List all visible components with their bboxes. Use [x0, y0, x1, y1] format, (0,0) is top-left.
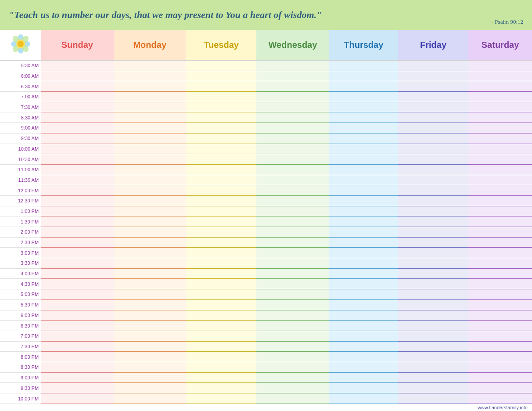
day-cell[interactable]	[398, 123, 468, 133]
day-cell[interactable]	[468, 61, 532, 71]
day-cell[interactable]	[186, 372, 256, 383]
day-cell[interactable]	[468, 352, 532, 362]
day-cell[interactable]	[256, 372, 329, 383]
day-cell[interactable]	[398, 279, 468, 289]
day-cell[interactable]	[256, 352, 329, 362]
day-cell[interactable]	[41, 279, 113, 289]
day-cell[interactable]	[186, 279, 256, 289]
day-cell[interactable]	[186, 383, 256, 393]
day-cell[interactable]	[468, 248, 532, 258]
day-cell[interactable]	[41, 237, 113, 248]
day-cell[interactable]	[329, 237, 398, 248]
day-cell[interactable]	[329, 227, 398, 238]
day-cell[interactable]	[468, 227, 532, 238]
day-cell[interactable]	[256, 227, 329, 238]
day-cell[interactable]	[468, 92, 532, 102]
day-cell[interactable]	[41, 175, 113, 185]
day-cell[interactable]	[329, 92, 398, 102]
day-cell[interactable]	[468, 144, 532, 154]
day-cell[interactable]	[186, 61, 256, 71]
day-cell[interactable]	[186, 258, 256, 269]
day-cell[interactable]	[398, 71, 468, 81]
day-cell[interactable]	[41, 362, 113, 372]
day-cell[interactable]	[398, 237, 468, 248]
day-cell[interactable]	[41, 331, 113, 341]
day-cell[interactable]	[256, 216, 329, 227]
day-cell[interactable]	[41, 268, 113, 279]
day-cell[interactable]	[398, 310, 468, 321]
day-cell[interactable]	[468, 206, 532, 216]
day-cell[interactable]	[329, 341, 398, 352]
day-cell[interactable]	[186, 206, 256, 216]
day-cell[interactable]	[114, 310, 186, 321]
day-cell[interactable]	[41, 227, 113, 238]
day-cell[interactable]	[114, 352, 186, 362]
day-cell[interactable]	[41, 112, 113, 123]
day-cell[interactable]	[329, 164, 398, 175]
day-cell[interactable]	[398, 258, 468, 269]
day-cell[interactable]	[468, 71, 532, 81]
day-cell[interactable]	[329, 331, 398, 341]
day-cell[interactable]	[114, 133, 186, 144]
day-cell[interactable]	[41, 164, 113, 175]
day-cell[interactable]	[41, 310, 113, 321]
day-cell[interactable]	[41, 258, 113, 269]
day-cell[interactable]	[114, 175, 186, 185]
day-cell[interactable]	[468, 123, 532, 133]
day-cell[interactable]	[256, 258, 329, 269]
day-cell[interactable]	[186, 164, 256, 175]
day-cell[interactable]	[256, 61, 329, 71]
day-cell[interactable]	[398, 321, 468, 331]
day-cell[interactable]	[398, 352, 468, 362]
day-cell[interactable]	[329, 321, 398, 331]
day-cell[interactable]	[114, 299, 186, 310]
day-cell[interactable]	[186, 81, 256, 92]
day-cell[interactable]	[329, 112, 398, 123]
day-cell[interactable]	[186, 362, 256, 372]
day-cell[interactable]	[256, 248, 329, 258]
day-cell[interactable]	[468, 372, 532, 383]
day-cell[interactable]	[398, 331, 468, 341]
day-cell[interactable]	[329, 154, 398, 165]
day-cell[interactable]	[114, 341, 186, 352]
day-cell[interactable]	[256, 299, 329, 310]
day-cell[interactable]	[398, 268, 468, 279]
day-cell[interactable]	[186, 321, 256, 331]
day-cell[interactable]	[329, 310, 398, 321]
day-cell[interactable]	[398, 248, 468, 258]
day-cell[interactable]	[41, 372, 113, 383]
day-cell[interactable]	[468, 154, 532, 165]
day-cell[interactable]	[256, 144, 329, 154]
day-cell[interactable]	[398, 154, 468, 165]
day-cell[interactable]	[468, 164, 532, 175]
day-cell[interactable]	[114, 362, 186, 372]
day-cell[interactable]	[114, 195, 186, 206]
day-cell[interactable]	[329, 123, 398, 133]
day-cell[interactable]	[256, 279, 329, 289]
day-cell[interactable]	[398, 372, 468, 383]
day-cell[interactable]	[41, 185, 113, 196]
day-cell[interactable]	[256, 331, 329, 341]
day-cell[interactable]	[114, 92, 186, 102]
day-cell[interactable]	[329, 144, 398, 154]
day-cell[interactable]	[41, 144, 113, 154]
day-cell[interactable]	[114, 268, 186, 279]
day-cell[interactable]	[186, 227, 256, 238]
day-cell[interactable]	[256, 341, 329, 352]
day-cell[interactable]	[114, 144, 186, 154]
day-cell[interactable]	[256, 164, 329, 175]
day-cell[interactable]	[329, 185, 398, 196]
day-cell[interactable]	[114, 123, 186, 133]
day-cell[interactable]	[256, 237, 329, 248]
day-cell[interactable]	[256, 393, 329, 404]
day-cell[interactable]	[114, 81, 186, 92]
day-cell[interactable]	[256, 123, 329, 133]
day-cell[interactable]	[329, 372, 398, 383]
day-cell[interactable]	[114, 321, 186, 331]
day-cell[interactable]	[329, 393, 398, 404]
day-cell[interactable]	[114, 383, 186, 393]
day-cell[interactable]	[329, 102, 398, 112]
day-cell[interactable]	[468, 299, 532, 310]
day-cell[interactable]	[468, 185, 532, 196]
day-cell[interactable]	[41, 102, 113, 112]
